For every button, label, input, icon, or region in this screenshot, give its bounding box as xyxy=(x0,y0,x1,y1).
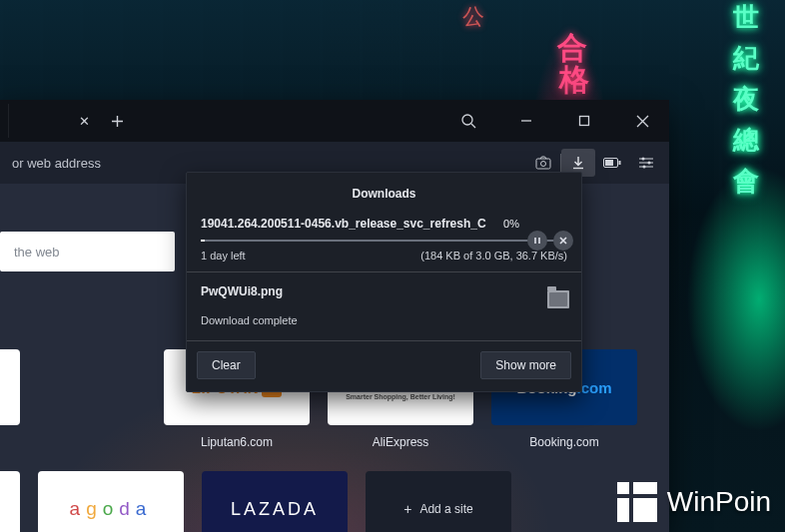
svg-rect-6 xyxy=(619,161,621,165)
svg-point-7 xyxy=(642,158,645,161)
svg-rect-1 xyxy=(580,117,589,126)
neon-char: 總 xyxy=(729,123,763,158)
add-site-label: Add a site xyxy=(419,502,472,516)
agoda-logo: agoda xyxy=(70,498,153,520)
download-filename: PwQWUi8.png xyxy=(201,284,283,298)
close-tab-icon[interactable]: ✕ xyxy=(79,114,90,129)
new-tab-button[interactable] xyxy=(100,104,134,138)
lazada-logo: LAZADA xyxy=(202,471,348,532)
tile-label: Booking.com xyxy=(491,435,637,449)
progress-bar xyxy=(201,240,567,242)
easy-setup-icon[interactable] xyxy=(629,149,663,177)
downloads-title: Downloads xyxy=(187,183,581,211)
neon-char: 會 xyxy=(729,164,763,199)
download-status: Download complete xyxy=(201,314,567,326)
address-placeholder: or web address xyxy=(12,156,101,171)
add-site-tile[interactable]: +Add a site xyxy=(366,471,511,532)
browser-tab[interactable]: ✕ xyxy=(8,104,100,138)
search-input[interactable]: the web xyxy=(0,232,175,271)
winpoin-watermark: WinPoin xyxy=(617,482,771,522)
close-window-button[interactable] xyxy=(625,104,659,138)
watermark-text: WinPoin xyxy=(667,486,771,518)
tile-label: AliExpress xyxy=(328,435,473,449)
download-filename: 19041.264.200511-0456.vb_release_svc_ref… xyxy=(201,217,486,231)
maximize-button[interactable] xyxy=(567,104,601,138)
neon-sign: 世 紀 夜 總 會 xyxy=(729,0,763,449)
neon-char: 公 xyxy=(462,2,484,32)
svg-point-3 xyxy=(541,162,546,167)
svg-point-8 xyxy=(648,162,651,165)
downloads-panel: Downloads 19041.264.200511-0456.vb_relea… xyxy=(186,172,582,392)
neon-char: 格 xyxy=(559,60,589,101)
show-more-button[interactable]: Show more xyxy=(480,351,571,379)
download-item[interactable]: 19041.264.200511-0456.vb_release_svc_ref… xyxy=(187,211,581,272)
speed-dial-tile[interactable] xyxy=(0,349,146,449)
svg-rect-2 xyxy=(536,159,550,169)
svg-rect-5 xyxy=(605,160,613,166)
neon-char: 夜 xyxy=(729,82,763,117)
minimize-button[interactable] xyxy=(509,104,543,138)
download-stats: (184 KB of 3.0 GB, 36.7 KB/s) xyxy=(420,250,567,262)
download-percent: 0% xyxy=(503,218,519,230)
pause-download-button[interactable] xyxy=(527,231,547,251)
svg-point-9 xyxy=(643,166,646,169)
tile-label: Liputan6.com xyxy=(164,435,310,449)
search-placeholder: the web xyxy=(14,245,60,260)
show-in-folder-button[interactable] xyxy=(547,290,569,308)
window-titlebar: ✕ xyxy=(0,100,669,142)
download-eta: 1 day left xyxy=(201,250,246,262)
clear-downloads-button[interactable]: Clear xyxy=(197,351,256,379)
download-item[interactable]: PwQWUi8.png Download complete xyxy=(187,272,581,341)
cancel-download-button[interactable] xyxy=(553,231,573,251)
battery-saver-icon[interactable] xyxy=(595,149,629,177)
windows-logo-icon xyxy=(617,482,657,522)
svg-point-0 xyxy=(462,115,472,125)
neon-char: 紀 xyxy=(729,41,763,76)
search-button[interactable] xyxy=(451,104,485,138)
speed-dial-tile[interactable]: LAZADA xyxy=(202,471,348,532)
speed-dial-tile[interactable]: agoda xyxy=(38,471,184,532)
neon-char: 世 xyxy=(729,0,763,35)
